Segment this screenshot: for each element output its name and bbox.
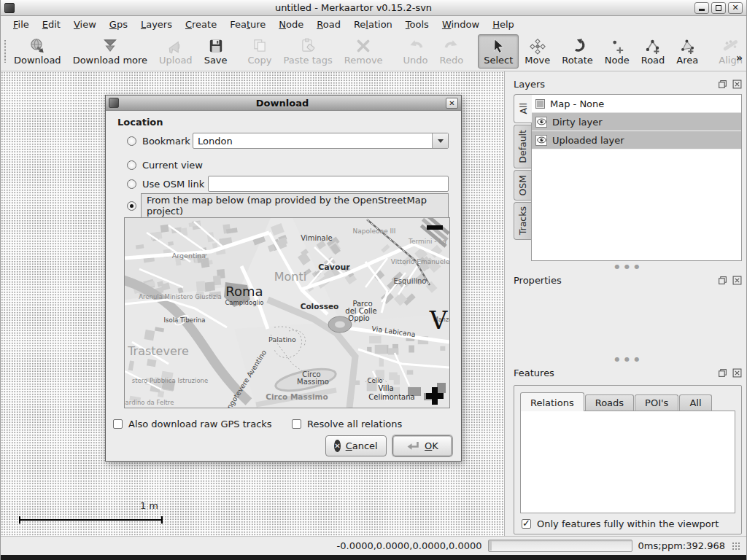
dock-splitter[interactable]: ● ● ● [514, 354, 742, 365]
menu-item-file[interactable]: File [7, 18, 36, 31]
close-button[interactable]: ✕ [728, 2, 743, 14]
toolbar-button-node[interactable]: Node [599, 34, 635, 69]
toolbar-button-label: Undo [403, 55, 428, 66]
map-label: Vittorio Emanuele [391, 258, 449, 265]
map-label: Celio [367, 377, 382, 384]
features-tab-all[interactable]: All [679, 394, 711, 411]
properties-float-button[interactable] [717, 276, 727, 285]
toolbar-button-select[interactable]: Select [478, 34, 519, 69]
toolbar-button-copy: Copy [242, 34, 278, 69]
features-tab-relations[interactable]: Relations [520, 392, 584, 411]
properties-close-button[interactable] [732, 276, 742, 285]
features-tab-roads[interactable]: Roads [585, 394, 634, 411]
menu-item-tools[interactable]: Tools [399, 18, 436, 31]
layer-visibility-toggle[interactable] [535, 117, 547, 128]
map-label: Trastevere [127, 344, 189, 358]
resolve-relations-checkbox[interactable] [292, 419, 301, 429]
dialog-close-button[interactable]: ✕ [446, 98, 458, 109]
dock-splitter[interactable]: ● ● ● [514, 261, 742, 272]
map-canvas[interactable]: 1 m Download ✕ Location Bookmark Lond [1, 71, 505, 536]
layer-row-dirty-layer[interactable]: Dirty layer [532, 113, 741, 131]
resize-grip[interactable] [731, 541, 740, 551]
features-panel-title: Features [514, 368, 713, 378]
toolbar-button-save[interactable]: Save [198, 34, 233, 69]
layers-tab-default[interactable]: Default [514, 125, 531, 168]
node-icon [608, 37, 626, 55]
map-preview[interactable]: ViminaleNapoleone IIITermini - LaArgenti… [124, 217, 450, 408]
osm-link-radio[interactable] [127, 179, 136, 189]
redo-icon [443, 37, 460, 55]
toolbar-button-label: Paste tags [284, 55, 333, 66]
toolbar: DownloadDownload moreUploadSaveCopyPaste… [1, 32, 746, 71]
bookmark-combobox[interactable]: London [193, 133, 449, 149]
bookmark-radio[interactable] [127, 136, 136, 146]
map-label: Arenula Ministero Giustizia [139, 293, 222, 300]
window-bottom-border [1, 555, 746, 560]
map-label: Massimo [297, 378, 329, 386]
gps-tracks-checkbox[interactable] [113, 419, 123, 429]
layers-float-button[interactable] [717, 79, 727, 89]
current-view-label: Current view [142, 160, 203, 171]
menu-item-gps[interactable]: Gps [103, 18, 134, 31]
menu-item-create[interactable]: Create [179, 18, 223, 31]
features-close-button[interactable] [732, 368, 742, 378]
maximize-button[interactable] [711, 2, 726, 14]
layers-tab-all[interactable]: All [514, 94, 532, 123]
features-tab-poi-s[interactable]: POI's [635, 394, 678, 411]
toolbar-button-download-more[interactable]: Download more [67, 34, 153, 69]
window-title: untitled - Merkaartor v0.15.2-svn [15, 2, 692, 13]
performance-readout: 0ms;ppm:392.968 [638, 540, 725, 551]
menu-item-feature[interactable]: Feature [223, 18, 272, 31]
chevron-down-icon[interactable] [432, 133, 448, 148]
from-map-radio[interactable] [127, 201, 136, 211]
toolbar-button-label: Upload [159, 55, 193, 66]
toolbar-button-download[interactable]: Download [8, 34, 67, 69]
layer-swatch-icon[interactable] [535, 99, 545, 109]
menu-item-window[interactable]: Window [436, 18, 486, 31]
layer-row-map-none[interactable]: Map - None [532, 95, 741, 113]
current-view-radio[interactable] [127, 160, 136, 170]
toolbar-button-label: Remove [344, 55, 383, 66]
app-window: untitled - Merkaartor v0.15.2-svn ✕ File… [0, 0, 747, 560]
toolbar-button-rotate[interactable]: Rotate [556, 34, 599, 69]
viewport-filter-checkbox[interactable] [522, 519, 531, 529]
layer-visibility-toggle[interactable] [535, 135, 547, 146]
osm-link-input[interactable] [208, 176, 449, 192]
menu-item-help[interactable]: Help [486, 18, 521, 31]
download-more-icon [101, 37, 119, 55]
menu-item-layers[interactable]: Layers [134, 18, 179, 31]
menu-item-view[interactable]: View [67, 18, 103, 31]
select-icon [489, 37, 507, 55]
layer-row-uploaded-layer[interactable]: Uploaded layer [532, 131, 741, 149]
menu-item-road[interactable]: Road [310, 18, 347, 31]
menu-item-edit[interactable]: Edit [36, 18, 67, 31]
bookmark-option-row: Bookmark London [127, 133, 449, 149]
cancel-button[interactable]: ✕Cancel [325, 435, 387, 456]
layers-tab-tracks[interactable]: Tracks [514, 202, 531, 240]
map-preview-svg[interactable]: ViminaleNapoleone IIITermini - LaArgenti… [125, 218, 449, 408]
dialog-titlebar[interactable]: Download ✕ [106, 96, 461, 111]
map-zoom-out-button[interactable] [427, 225, 443, 230]
menu-item-node[interactable]: Node [272, 18, 310, 31]
dialog-checkbox-row: Also download raw GPS tracks Resolve all… [113, 419, 452, 429]
toolbar-button-move[interactable]: Move [519, 34, 556, 69]
dialog-icon [109, 98, 119, 108]
bookmark-combobox-value: London [193, 133, 432, 148]
paste-tags-icon [299, 37, 317, 55]
toolbar-drag-handle[interactable] [4, 40, 6, 63]
toolbar-overflow-chevron[interactable]: » [736, 52, 743, 63]
features-float-button[interactable] [717, 368, 727, 378]
properties-panel-header: Properties [514, 272, 742, 288]
menu-item-relation[interactable]: Relation [347, 18, 399, 31]
toolbar-button-label: Select [484, 55, 513, 66]
toolbar-button-area[interactable]: Area [670, 34, 704, 69]
toolbar-button-label: Copy [248, 55, 272, 66]
features-list[interactable] [520, 411, 735, 513]
ok-button[interactable]: OK [392, 435, 452, 456]
toolbar-button-road[interactable]: Road [635, 34, 671, 69]
minimize-button[interactable] [694, 2, 709, 14]
remove-icon [355, 37, 372, 55]
layers-close-button[interactable] [732, 79, 742, 89]
dialog-title: Download [122, 98, 443, 109]
layers-tab-osm[interactable]: OSM [514, 170, 531, 201]
